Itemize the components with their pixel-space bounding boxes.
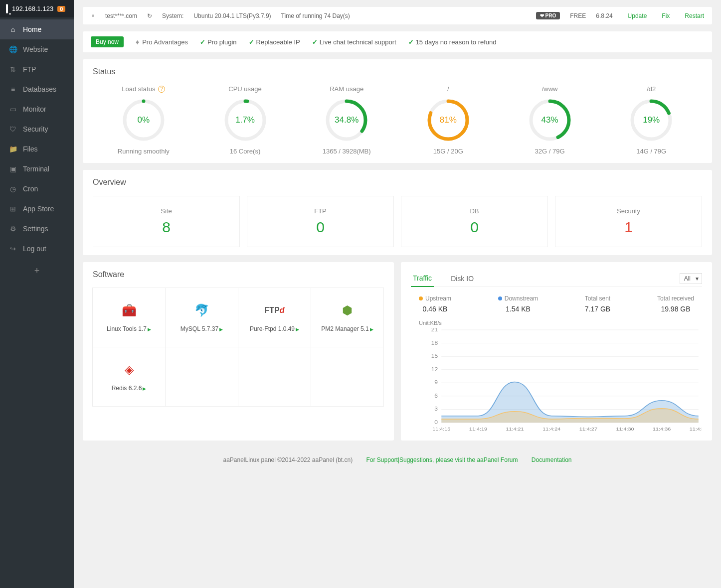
gauge-cpuusage[interactable]: CPU usage 1.7% 16 Core(s)	[194, 85, 296, 155]
overview-db[interactable]: DB0	[401, 196, 548, 247]
software-card: Software 🧰Linux Tools 1.7🐬MySQL 5.7.37FT…	[83, 262, 394, 441]
server-ip: 192.168.1.123	[12, 5, 53, 12]
monitor-icon: ▭	[9, 105, 17, 113]
overview-value: 1	[555, 219, 702, 236]
overview-ftp[interactable]: FTP0	[247, 196, 394, 247]
svg-text:21: 21	[431, 328, 438, 332]
overview-label: FTP	[247, 207, 393, 215]
overview-label: DB	[401, 207, 547, 215]
software-pm2[interactable]: ⬢PM2 Manager 5.1	[311, 288, 384, 347]
docs-link[interactable]: Documentation	[532, 456, 572, 463]
gauge-loadstatus[interactable]: Load status? 0% Running smoothly	[93, 85, 194, 155]
software-name: Linux Tools 1.7	[107, 325, 151, 332]
tab-traffic[interactable]: Traffic	[411, 270, 434, 287]
overview-label: Security	[555, 207, 702, 215]
sidebar-item-databases[interactable]: ≡Databases	[0, 79, 74, 99]
globe-icon: 🌐	[9, 45, 17, 53]
overview-site[interactable]: Site8	[93, 196, 240, 247]
diamond-icon: ♦	[136, 38, 139, 46]
buy-button[interactable]: Buy now	[91, 36, 124, 47]
stat-value: 19.98 GB	[657, 305, 694, 313]
sidebar-item-label: Security	[23, 125, 48, 133]
promo-feature: Replaceable IP	[249, 38, 300, 46]
sidebar-item-monitor[interactable]: ▭Monitor	[0, 99, 74, 119]
promo-feature: Pro plugin	[200, 38, 237, 46]
sidebar-item-cron[interactable]: ◷Cron	[0, 179, 74, 199]
folder-icon: 📁	[9, 145, 17, 153]
gauge-d2[interactable]: /d2 19% 14G / 79G	[600, 85, 702, 155]
ftp-icon: ⇅	[9, 65, 17, 73]
system-value: Ubuntu 20.04.1 LTS(Py3.7.9)	[193, 12, 271, 19]
gauge-value: 34.8%	[324, 98, 369, 143]
restart-link[interactable]: Restart	[685, 12, 704, 19]
sidebar-item-website[interactable]: 🌐Website	[0, 39, 74, 59]
sidebar-item-settings[interactable]: ⚙Settings	[0, 219, 74, 239]
sidebar-item-label: Website	[23, 45, 48, 53]
stat-total-received: Total received19.98 GB	[657, 295, 694, 313]
fix-link[interactable]: Fix	[662, 12, 670, 19]
svg-text:12: 12	[431, 367, 438, 372]
software-pure-ftpd[interactable]: FTPdPure-Ftpd 1.0.49	[238, 288, 311, 347]
svg-text:9: 9	[434, 380, 438, 385]
terminal-icon: ▣	[9, 165, 17, 173]
software-mysql[interactable]: 🐬MySQL 5.7.37	[165, 288, 238, 347]
tab-diskio[interactable]: Disk IO	[449, 271, 476, 287]
sidebar-item-label: Files	[23, 145, 38, 153]
sidebar-item-label: FTP	[23, 65, 36, 73]
sidebar-item-ftp[interactable]: ⇅FTP	[0, 59, 74, 79]
gauge-[interactable]: / 81% 15G / 20G	[397, 85, 499, 155]
gauge-label: /www	[499, 85, 601, 93]
gauge-ramusage[interactable]: RAM usage 34.8% 1365 / 3928(MB)	[296, 85, 397, 155]
mysql-icon: 🐬	[194, 302, 210, 318]
overview-security[interactable]: Security1	[555, 196, 702, 247]
help-icon[interactable]: ?	[158, 86, 165, 93]
db-icon: ≡	[9, 85, 17, 93]
gauge-value: 19%	[629, 98, 674, 143]
username[interactable]: test****.com	[105, 12, 137, 19]
gauge-subtitle: 14G / 79G	[600, 147, 702, 155]
add-menu-button[interactable]: +	[0, 259, 74, 283]
sidebar-item-files[interactable]: 📁Files	[0, 139, 74, 159]
clock-icon: ◷	[9, 185, 17, 193]
pro-badge[interactable]: ❤ PRO	[536, 12, 560, 19]
stat-upstream: Upstream0.46 KB	[419, 295, 451, 313]
software-empty	[238, 347, 311, 407]
overview-label: Site	[93, 207, 239, 215]
refresh-icon[interactable]: ↻	[147, 12, 152, 19]
sidebar-item-app-store[interactable]: ⊞App Store	[0, 199, 74, 219]
sidebar-item-terminal[interactable]: ▣Terminal	[0, 159, 74, 179]
sidebar-item-home[interactable]: ⌂Home	[0, 19, 74, 39]
software-name: Pure-Ftpd 1.0.49	[250, 325, 299, 332]
software-linux[interactable]: 🧰Linux Tools 1.7	[92, 288, 166, 347]
svg-text:11:4:24: 11:4:24	[542, 427, 561, 432]
gauge-label: Load status?	[93, 85, 194, 93]
gauge-value: 43%	[528, 98, 572, 143]
sidebar-item-label: Databases	[23, 85, 56, 93]
notification-badge[interactable]: 0	[57, 6, 65, 12]
sidebar-item-security[interactable]: 🛡Security	[0, 119, 74, 139]
pro-advantages[interactable]: ♦ Pro Advantages	[136, 38, 188, 46]
software-empty	[311, 347, 384, 407]
gauge-www[interactable]: /www 43% 32G / 79G	[499, 85, 601, 155]
svg-text:11:4:19: 11:4:19	[469, 427, 488, 432]
traffic-filter-select[interactable]: All	[680, 273, 702, 284]
software-name: MySQL 5.7.37	[180, 325, 223, 332]
overview-value: 0	[401, 219, 547, 236]
svg-text:11:4:30: 11:4:30	[616, 427, 634, 432]
stat-downstream: Downstream1.54 KB	[498, 295, 538, 313]
copyright: aaPanelLinux panel ©2014-2022 aaPanel (b…	[223, 456, 353, 463]
support-link[interactable]: For Support|Suggestions, please visit th…	[366, 456, 518, 463]
traffic-tabs: Traffic Disk IO All	[411, 270, 702, 287]
gauge-subtitle: 16 Core(s)	[194, 147, 296, 155]
promo-feature: 15 days no reason to refund	[408, 38, 497, 46]
sidebar-item-log-out[interactable]: ↪Log out	[0, 239, 74, 259]
gauge-value: 81%	[426, 98, 471, 143]
software-redis[interactable]: ◈Redis 6.2.6	[92, 347, 166, 407]
system-label: System:	[162, 12, 183, 19]
update-link[interactable]: Update	[628, 12, 647, 19]
nav-menu: ⌂Home🌐Website⇅FTP≡Databases▭Monitor🛡Secu…	[0, 17, 74, 259]
svg-text:18: 18	[431, 340, 438, 346]
sidebar-item-label: Terminal	[23, 165, 49, 173]
logout-icon: ↪	[9, 245, 17, 253]
traffic-chart[interactable]: 03691215182111:4:1511:4:1911:4:2111:4:24…	[411, 328, 702, 433]
